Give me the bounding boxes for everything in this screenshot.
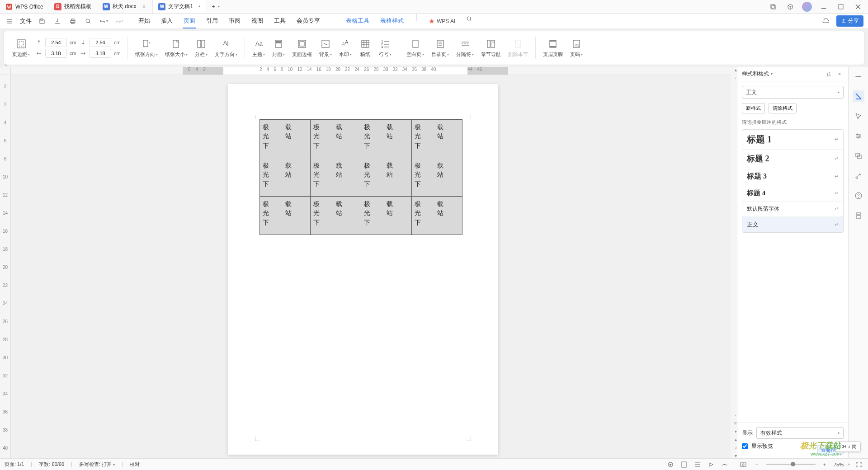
table-cell[interactable]: 极光下载站 [260,197,311,235]
layers-rail-icon[interactable] [853,150,864,162]
scroll-up-icon[interactable]: ▴ [733,67,738,72]
table-cell[interactable]: 极光下载站 [361,197,412,235]
ribbon-主题[interactable]: Aa主题▾ [250,38,267,59]
page-up-icon[interactable]: ≡ [733,420,738,426]
style-item-h4[interactable]: 标题 4↵ [742,185,843,202]
ribbon-水印[interactable]: AA水印▾ [337,38,354,59]
export-icon[interactable] [52,16,62,26]
current-style-select[interactable]: 正文▾ [742,86,844,99]
tab-templates[interactable]: D 找稻壳模板 [49,0,97,13]
margin-right-input[interactable] [90,49,111,58]
table-cell[interactable]: 极光下载站 [311,158,361,197]
vertical-ruler[interactable]: 2246810121416182022242628303234363840 [0,75,11,458]
save-icon[interactable] [37,16,47,26]
clear-format-button[interactable]: 清除格式 [769,103,797,113]
window-close-icon[interactable] [853,1,863,12]
style-item-h3[interactable]: 标题 3↵ [742,168,843,185]
margin-bottom-input[interactable] [90,38,111,47]
ime-indicator[interactable]: CH ♪ 简 [835,442,861,452]
document-table[interactable]: 极光下载站极光下载站极光下载站极光下载站极光下载站极光下载站极光下载站极光下载站… [259,119,462,235]
style-item-body[interactable]: 正文↵ [742,217,843,232]
table-cell[interactable]: 极光下载站 [412,158,462,197]
ribbon-tab-insert[interactable]: 插入 [160,14,174,28]
new-style-button[interactable]: 新样式 [742,103,765,113]
ribbon-tab-table-tools[interactable]: 表格工具 [345,14,370,28]
view-outline-icon[interactable] [693,460,702,469]
maximize-icon[interactable] [835,1,846,12]
focus-mode-icon[interactable] [666,460,675,469]
ribbon-分栏[interactable]: 分栏▾ [193,38,209,59]
fullscreen-icon[interactable] [854,460,863,469]
margin-left-input[interactable] [45,49,67,58]
show-preview-checkbox[interactable] [742,443,748,449]
undo-icon[interactable]: ▾ [99,16,108,26]
ribbon-纸张方向[interactable]: 纸张方向▾ [133,38,160,59]
search-icon[interactable] [464,14,474,24]
zoom-slider[interactable] [766,464,816,465]
status-words[interactable]: 字数: 60/60 [39,461,64,468]
tab-doc-2[interactable]: W 文字文稿1 • [153,0,206,13]
horizontal-ruler[interactable]: 642 246810121416182022242628303234363840… [11,67,731,75]
cloud-icon[interactable] [821,16,831,26]
scroll-down-icon[interactable]: ▾ [733,428,738,434]
table-cell[interactable]: 极光下载站 [412,120,462,158]
prev-page-icon[interactable]: ▴ [733,437,738,442]
chevron-down-icon[interactable]: ▾ [218,5,220,9]
ribbon-行号[interactable]: 123行号▾ [377,38,393,59]
template-rail-icon[interactable] [853,210,864,221]
ribbon-封面[interactable]: 封面▾ [270,38,287,59]
status-spell[interactable]: 拼写检查: 打开 ▾ [79,461,115,468]
ribbon-页眉页脚[interactable]: 页眉页脚 [541,38,565,59]
share-button[interactable]: 分享 [836,15,863,27]
status-proof[interactable]: 校对 [130,461,140,468]
zoom-out-icon[interactable]: − [752,460,761,469]
wps-ai-button[interactable]: WPS AI [429,14,455,28]
table-cell[interactable]: 极光下载站 [260,158,311,197]
redo-icon[interactable]: ▾ [114,16,124,26]
panel-close-icon[interactable]: × [835,70,844,78]
table-cell[interactable]: 极光下载站 [311,197,361,235]
new-tab-button[interactable]: ＋ ▾ [206,0,224,13]
margins-button[interactable]: 页边距▾ [10,38,32,59]
style-item-h1[interactable]: 标题 1↵ [742,130,843,150]
settings-rail-icon[interactable] [853,130,864,142]
print-preview-icon[interactable] [83,16,93,26]
zoom-fit-icon[interactable] [739,460,748,469]
window-copy-icon[interactable] [768,1,778,12]
ribbon-背景[interactable]: 背景▾ [317,38,334,59]
ribbon-tab-start[interactable]: 开始 [137,14,151,28]
ribbon-目录页[interactable]: 目录页▾ [429,38,451,59]
select-rail-icon[interactable] [853,110,864,122]
zoom-value[interactable]: 75% [834,462,844,467]
table-cell[interactable]: 极光下载站 [361,120,412,158]
zoom-in-icon[interactable]: + [820,460,829,469]
user-avatar[interactable] [802,2,812,12]
table-cell[interactable]: 极光下载站 [412,197,462,235]
print-icon[interactable] [68,16,78,26]
tools-rail-icon[interactable] [853,170,864,182]
ribbon-纸张大小[interactable]: 纸张大小▾ [163,38,189,59]
ribbon-tab-table-style[interactable]: 表格样式 [379,14,405,28]
view-page-icon[interactable] [679,460,689,469]
ribbon-文字方向[interactable]: A文字方向▾ [213,38,239,59]
ribbon-tab-reference[interactable]: 引用 [205,14,219,28]
hamburger-icon[interactable] [5,16,14,26]
ruler-toggle[interactable]: ∟ [5,62,9,67]
scroll-handle-icon[interactable]: ◦ [733,75,738,80]
view-web-icon[interactable] [720,460,729,469]
ribbon-分隔符[interactable]: 分隔符▾ [454,38,476,59]
ribbon-tab-review[interactable]: 审阅 [228,14,241,28]
table-cell[interactable]: 极光下载站 [311,120,361,158]
ribbon-tab-view[interactable]: 视图 [250,14,264,28]
style-item-h2[interactable]: 标题 2↵ [742,150,843,168]
style-item-def[interactable]: 默认段落字体↵ [742,202,843,217]
ribbon-章节导航[interactable]: 章节导航 [479,38,503,59]
ribbon-空白页[interactable]: 空白页▾ [405,38,426,59]
close-icon[interactable]: × [141,4,147,10]
ribbon-页面边框[interactable]: 页面边框 [290,38,314,59]
table-cell[interactable]: 极光下载站 [260,120,311,158]
styles-rail-icon[interactable] [853,90,864,102]
ribbon-tab-member[interactable]: 会员专享 [296,14,321,28]
cube-icon[interactable] [785,1,796,12]
table-cell[interactable]: 极光下载站 [361,158,412,197]
